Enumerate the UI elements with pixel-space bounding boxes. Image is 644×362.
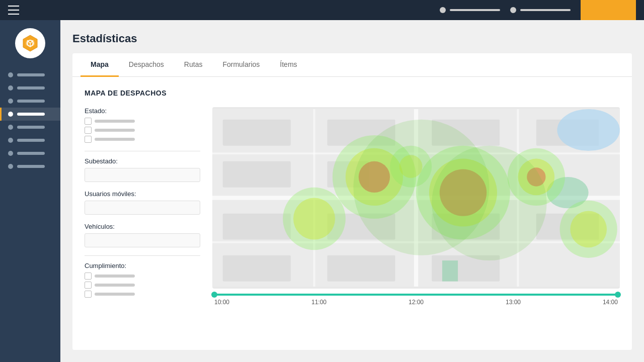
slider-dot-1 — [440, 7, 446, 13]
sidebar-dot-7 — [8, 151, 13, 156]
tabs-bar: Mapa Despachos Rutas Formularios Ítems — [72, 53, 632, 77]
svg-rect-30 — [442, 260, 458, 282]
slider-group-2 — [510, 7, 571, 13]
timeline-label-1: 11:00 — [311, 299, 327, 306]
sidebar-item-3[interactable] — [0, 95, 60, 108]
topbar-slider-2[interactable] — [520, 9, 571, 11]
topbar-right — [440, 0, 636, 20]
timeline-fill — [214, 294, 618, 296]
checkbox-cumplimiento-1[interactable] — [85, 273, 92, 280]
cumplimiento-label-2 — [95, 284, 135, 287]
filters-panel: Estado: — [85, 107, 200, 306]
tab-mapa[interactable]: Mapa — [80, 53, 119, 77]
timeline-thumb-left[interactable] — [211, 292, 217, 298]
usuarios-filter: Usuarios móviles: — [85, 190, 200, 215]
svg-point-47 — [432, 146, 546, 260]
sidebar-dot-5 — [8, 125, 13, 130]
sidebar-item-label-1 — [17, 73, 45, 76]
timeline-label-3: 13:00 — [506, 299, 521, 306]
cumplimiento-checkbox-1 — [85, 273, 200, 280]
checkbox-label-2 — [95, 129, 135, 132]
sidebar-items — [0, 68, 60, 173]
topbar-orange-button[interactable] — [581, 0, 636, 20]
svg-point-5 — [26, 41, 29, 46]
cumplimiento-checkbox-3 — [85, 291, 200, 298]
checkbox-cumplimiento-2[interactable] — [85, 282, 92, 289]
sidebar-item-label-4 — [17, 113, 45, 116]
sidebar-item-label-6 — [17, 139, 45, 142]
svg-rect-21 — [223, 214, 291, 240]
svg-rect-25 — [223, 255, 291, 282]
timeline-label-0: 10:00 — [214, 299, 229, 306]
sidebar-item-5[interactable] — [0, 121, 60, 134]
checkbox-label-1 — [95, 120, 135, 123]
sidebar-logo[interactable] — [15, 28, 45, 58]
subestado-label: Subestado: — [85, 157, 200, 165]
sidebar-item-2[interactable] — [0, 81, 60, 95]
svg-rect-16 — [223, 161, 291, 188]
svg-point-6 — [32, 41, 35, 46]
sidebar-item-7[interactable] — [0, 147, 60, 160]
hamburger-menu[interactable] — [8, 4, 19, 16]
svg-point-43 — [570, 211, 607, 247]
estado-filter: Estado: — [85, 107, 200, 143]
svg-rect-15 — [223, 120, 291, 146]
active-indicator — [0, 108, 2, 121]
estado-checkbox-3 — [85, 136, 200, 143]
sidebar-dot-3 — [8, 99, 13, 104]
sidebar-item-1[interactable] — [0, 68, 60, 81]
topbar-slider-1[interactable] — [450, 9, 500, 11]
divider-1 — [85, 151, 200, 151]
tab-items[interactable]: Ítems — [270, 53, 307, 77]
tab-formularios[interactable]: Formularios — [212, 53, 270, 77]
main-layout: Estadísticas Mapa Despachos Rutas Formul… — [0, 20, 644, 362]
card-title: MAPA DE DESPACHOS — [85, 89, 620, 97]
sidebar-dot-4 — [8, 112, 13, 117]
timeline-label-2: 12:00 — [409, 299, 424, 306]
cumplimiento-label: Cumplimiento: — [85, 262, 200, 269]
sidebar-dot-6 — [8, 138, 13, 143]
slider-dot-2 — [510, 7, 516, 13]
usuarios-input[interactable] — [85, 201, 200, 215]
logo-icon — [20, 33, 40, 53]
sidebar-item-6[interactable] — [0, 134, 60, 147]
timeline: 10:00 11:00 12:00 13:00 14:00 — [212, 294, 620, 306]
subestado-input[interactable] — [85, 168, 200, 182]
cumplimiento-label-1 — [95, 275, 135, 278]
estado-checkbox-1 — [85, 118, 200, 125]
sidebar-item-label-8 — [17, 165, 45, 168]
map-area: 10:00 11:00 12:00 13:00 14:00 — [212, 107, 620, 306]
cumplimiento-filter: Cumplimiento: — [85, 262, 200, 298]
vehiculos-label: Vehículos: — [85, 223, 200, 230]
svg-point-38 — [293, 198, 335, 240]
checkbox-estado-2[interactable] — [85, 127, 92, 134]
cumplimiento-label-3 — [95, 293, 135, 296]
checkbox-cumplimiento-3[interactable] — [85, 291, 92, 298]
subestado-filter: Subestado: — [85, 157, 200, 182]
vehiculos-input[interactable] — [85, 233, 200, 247]
checkbox-estado-3[interactable] — [85, 136, 92, 143]
tab-rutas[interactable]: Rutas — [174, 53, 213, 77]
estado-label: Estado: — [85, 107, 200, 115]
page-title: Estadísticas — [72, 32, 632, 45]
sidebar-item-4[interactable] — [0, 108, 60, 121]
sidebar-item-8[interactable] — [0, 160, 60, 173]
topbar — [0, 0, 644, 20]
map-svg — [212, 107, 620, 289]
mapa-card: MAPA DE DESPACHOS Estado: — [72, 77, 632, 350]
checkbox-label-3 — [95, 138, 135, 141]
tab-despachos[interactable]: Despachos — [119, 53, 174, 77]
sidebar-item-label-3 — [17, 100, 45, 103]
timeline-labels: 10:00 11:00 12:00 13:00 14:00 — [214, 299, 618, 306]
timeline-track[interactable] — [214, 294, 618, 296]
svg-point-28 — [557, 109, 620, 151]
content-area: Estadísticas Mapa Despachos Rutas Formul… — [60, 20, 644, 362]
card-body: Estado: — [85, 107, 620, 306]
vehiculos-filter: Vehículos: — [85, 223, 200, 247]
usuarios-label: Usuarios móviles: — [85, 190, 200, 198]
checkbox-estado-1[interactable] — [85, 118, 92, 125]
map-container[interactable] — [212, 107, 620, 289]
timeline-thumb-right[interactable] — [615, 292, 621, 298]
sidebar — [0, 20, 60, 362]
sidebar-dot-8 — [8, 164, 13, 169]
